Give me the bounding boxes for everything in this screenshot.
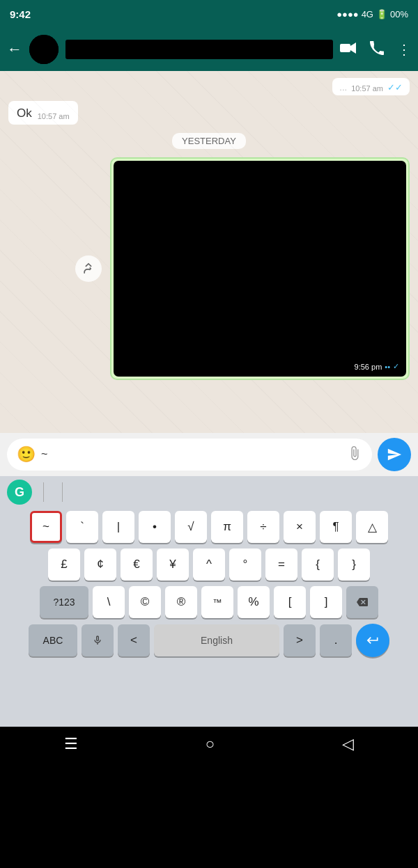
status-icons: ●●●● 4G 🔋 00%: [336, 9, 408, 19]
voice-call-icon[interactable]: [369, 40, 385, 59]
attach-button[interactable]: [347, 445, 362, 464]
key-pound[interactable]: £: [48, 549, 80, 581]
network-type: 4G: [362, 9, 373, 19]
kbd-row-3: ?123 \ © ® ™ % [ ]: [3, 586, 415, 618]
key-yen[interactable]: ¥: [157, 549, 189, 581]
emoji-button[interactable]: 🙂: [17, 445, 36, 464]
key-tilde[interactable]: ~: [30, 511, 62, 543]
key-divide[interactable]: ÷: [247, 511, 279, 543]
key-mic[interactable]: [82, 624, 114, 656]
svg-marker-2: [350, 42, 356, 54]
partial-msg-time: 10:57 am: [351, 84, 383, 93]
key-right-angle[interactable]: >: [284, 624, 316, 656]
key-trademark[interactable]: ™: [201, 586, 233, 618]
svg-rect-1: [340, 44, 350, 52]
key-registered[interactable]: ®: [165, 586, 197, 618]
partial-text: ...: [339, 82, 347, 93]
key-abc[interactable]: ABC: [29, 624, 77, 656]
contact-name[interactable]: [65, 40, 333, 59]
chat-header: ← ⋮: [0, 28, 418, 71]
key-enter[interactable]: [356, 624, 389, 657]
kbd-row-bottom: ABC < English > .: [3, 624, 415, 657]
key-123[interactable]: ?123: [40, 586, 88, 618]
key-space[interactable]: English: [154, 624, 279, 656]
key-equals[interactable]: =: [265, 549, 297, 581]
key-period[interactable]: .: [320, 624, 352, 656]
key-close-brace[interactable]: }: [338, 549, 370, 581]
key-open-brace[interactable]: {: [302, 549, 334, 581]
video-ticks: ✓: [393, 362, 399, 371]
signal-icon: ●●●●: [336, 9, 358, 19]
key-backspace[interactable]: [346, 586, 378, 618]
nav-home-icon[interactable]: ○: [206, 735, 215, 753]
forward-button[interactable]: [75, 255, 102, 282]
keyboard-rows: ~ ` | • √ π ÷ × ¶ △ £ ¢ € ¥ ^ ° = { } ?1…: [0, 508, 418, 727]
separator-2: [62, 482, 63, 502]
separator-1: [43, 482, 44, 502]
ok-msg-time: 10:57 am: [38, 112, 70, 120]
key-triangle[interactable]: △: [356, 511, 388, 543]
chat-area: ... 10:57 am ✓✓ Ok 10:57 am YESTERDAY 9:…: [0, 71, 418, 433]
partial-message: ... 10:57 am ✓✓: [332, 78, 410, 95]
more-options-icon[interactable]: ⋮: [397, 41, 411, 58]
key-euro[interactable]: €: [121, 549, 153, 581]
video-time-overlay: 9:56 pm •• ✓: [355, 362, 399, 371]
key-open-bracket[interactable]: [: [274, 586, 306, 618]
send-button[interactable]: [378, 438, 411, 471]
key-percent[interactable]: %: [238, 586, 270, 618]
key-caret[interactable]: ^: [193, 549, 225, 581]
avatar-image: [29, 35, 59, 64]
video-thumbnail[interactable]: 9:56 pm •• ✓: [114, 161, 406, 377]
status-bar: 9:42 ●●●● 4G 🔋 00%: [0, 0, 418, 28]
battery-level: 00%: [390, 9, 408, 19]
key-sqrt[interactable]: √: [175, 511, 207, 543]
key-backslash[interactable]: \: [93, 586, 125, 618]
key-para[interactable]: ¶: [320, 511, 352, 543]
nav-back-icon[interactable]: ◁: [342, 735, 354, 753]
ok-message: Ok 10:57 am: [8, 101, 78, 125]
input-text-value: ~: [41, 448, 341, 461]
keyboard: G ~ ` | • √ π ÷ × ¶ △ £ ¢ € ¥ ^ ° = { }: [0, 476, 418, 727]
key-close-bracket[interactable]: ]: [310, 586, 342, 618]
grammarly-button[interactable]: G: [7, 480, 32, 505]
video-message[interactable]: 9:56 pm •• ✓: [110, 157, 410, 380]
key-pipe[interactable]: |: [102, 511, 134, 543]
keyboard-top-strip: G: [0, 476, 418, 508]
ok-text: Ok: [17, 106, 32, 120]
video-dots: ••: [385, 363, 390, 371]
key-bullet[interactable]: •: [139, 511, 171, 543]
video-call-icon[interactable]: [340, 42, 357, 58]
video-time: 9:56 pm: [355, 363, 382, 371]
header-actions: ⋮: [340, 40, 411, 59]
kbd-row-2: £ ¢ € ¥ ^ ° = { }: [3, 549, 415, 581]
partial-ticks: ✓✓: [387, 82, 403, 93]
key-copyright[interactable]: ©: [129, 586, 161, 618]
contact-avatar[interactable]: [29, 35, 59, 64]
key-left-angle[interactable]: <: [118, 624, 150, 656]
input-bar: 🙂 ~: [0, 433, 418, 476]
kbd-row-1: ~ ` | • √ π ÷ × ¶ △: [3, 511, 415, 543]
date-separator: YESTERDAY: [172, 133, 246, 149]
key-degree[interactable]: °: [229, 549, 261, 581]
key-backtick[interactable]: `: [66, 511, 98, 543]
back-button[interactable]: ←: [7, 40, 22, 58]
bottom-nav: ☰ ○ ◁: [0, 727, 418, 762]
battery-icon: 🔋: [376, 9, 387, 19]
key-cent[interactable]: ¢: [84, 549, 116, 581]
svg-rect-0: [29, 35, 59, 64]
key-pi[interactable]: π: [211, 511, 243, 543]
nav-menu-icon[interactable]: ☰: [64, 735, 78, 753]
message-input-field[interactable]: 🙂 ~: [7, 439, 372, 471]
status-time: 9:42: [10, 8, 31, 20]
key-times[interactable]: ×: [284, 511, 316, 543]
